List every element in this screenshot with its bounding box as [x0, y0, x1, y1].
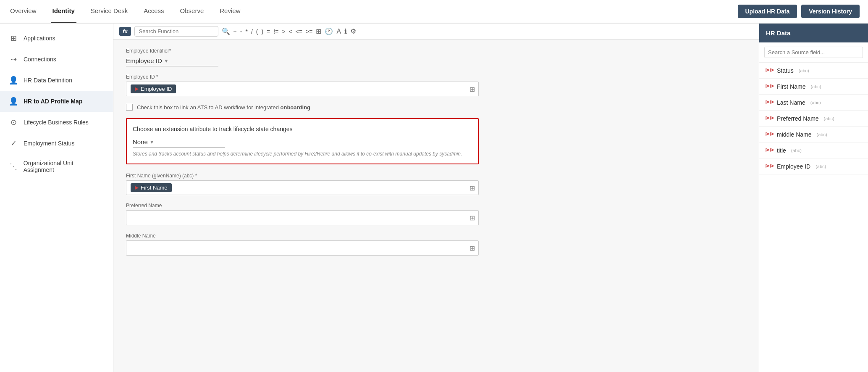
- grid-icon-employee-id[interactable]: ⊞: [469, 85, 475, 93]
- hr-panel-search-area: [759, 42, 868, 63]
- hr-field-type: (abc): [810, 84, 821, 89]
- hr-field-type: (abc): [816, 132, 827, 137]
- first-name-input-row: ▶ First Name ⊞: [126, 180, 479, 195]
- first-name-label: First Name (givenName) (abc) *: [126, 173, 479, 179]
- sidebar-item-lifecycle-business-rules[interactable]: ⊙Lifecycle Business Rules: [0, 112, 113, 133]
- hr-field-item[interactable]: ⊳⊳Last Name(abc): [759, 95, 868, 111]
- nav-link-identity[interactable]: Identity: [51, 0, 76, 23]
- op-equals[interactable]: =: [267, 28, 270, 35]
- nav-link-overview[interactable]: Overview: [8, 0, 38, 23]
- hr-fields-list: ⊳⊳Status(abc)⊳⊳First Name(abc)⊳⊳Last Nam…: [759, 63, 868, 174]
- op-gt[interactable]: >: [282, 28, 285, 35]
- op-not-equals[interactable]: !=: [273, 28, 278, 35]
- first-name-block: First Name (givenName) (abc) * ▶ First N…: [126, 173, 479, 195]
- hr-field-item[interactable]: ⊳⊳Preferred Name(abc): [759, 111, 868, 127]
- op-gte[interactable]: >=: [306, 28, 312, 35]
- hr-field-item[interactable]: ⊳⊳First Name(abc): [759, 79, 868, 95]
- extension-dropdown-value: None: [133, 138, 148, 145]
- hr-field-name: Preferred Name: [777, 115, 819, 122]
- hr-field-name: middle Name: [777, 131, 811, 138]
- employee-id-block: Employee ID * ▶ Employee ID ⊞: [126, 74, 479, 96]
- hr-field-logo-icon: ⊳⊳: [765, 147, 774, 154]
- form-area: Employee Identifier* Employee ID ▼ Emplo…: [113, 40, 491, 272]
- sidebar-icon-connections: ⇢: [8, 55, 18, 64]
- layout: ⊞Applications⇢Connections👤HR Data Defini…: [0, 24, 868, 372]
- nav-links: OverviewIdentityService DeskAccessObserv…: [8, 0, 738, 23]
- middle-name-block: Middle Name ⊞: [126, 233, 479, 256]
- op-minus[interactable]: -: [240, 28, 242, 35]
- hr-field-type: (abc): [816, 164, 826, 169]
- middle-name-input-row[interactable]: ⊞: [126, 240, 479, 256]
- hr-data-panel: HR Data ⊳⊳Status(abc)⊳⊳First Name(abc)⊳⊳…: [759, 24, 868, 372]
- op-close-paren[interactable]: ): [261, 28, 263, 35]
- extension-dropdown[interactable]: None ▼: [133, 137, 225, 148]
- hr-field-item[interactable]: ⊳⊳Status(abc): [759, 63, 868, 79]
- hr-search-input[interactable]: [764, 47, 863, 58]
- ats-checkbox-row: Check this box to link an ATS to AD work…: [126, 104, 479, 111]
- settings-formula-icon[interactable]: ⚙: [350, 27, 356, 35]
- ats-checkbox[interactable]: [126, 104, 133, 111]
- sidebar-item-connections[interactable]: ⇢Connections: [0, 49, 113, 70]
- sidebar-item-hr-data-definition[interactable]: 👤HR Data Definition: [0, 70, 113, 91]
- clock-icon[interactable]: 🕐: [325, 27, 333, 35]
- hr-field-item[interactable]: ⊳⊳Employee ID(abc): [759, 158, 868, 174]
- first-name-pill-icon: ▶: [135, 185, 138, 190]
- preferred-name-input-row[interactable]: ⊞: [126, 210, 479, 225]
- grid-formula-icon[interactable]: ⊞: [316, 27, 321, 35]
- hr-field-name: title: [777, 147, 786, 154]
- svg-text:⊳⊳: ⊳⊳: [765, 147, 774, 153]
- sidebar-item-organizational-unit-assignment[interactable]: ⋱Organizational Unit Assignment: [0, 154, 113, 179]
- preferred-name-block: Preferred Name ⊞: [126, 203, 479, 225]
- employee-id-pill-label: Employee ID: [141, 86, 172, 92]
- svg-text:⊳⊳: ⊳⊳: [765, 67, 774, 73]
- op-divide[interactable]: /: [251, 28, 253, 35]
- fx-badge: fx: [119, 27, 131, 36]
- sidebar-item-hr-to-ad-profile-map[interactable]: 👤HR to AD Profile Map: [0, 91, 113, 112]
- chevron-down-icon: ▼: [164, 58, 169, 64]
- nav-link-review[interactable]: Review: [218, 0, 242, 23]
- nav-link-service-desk[interactable]: Service Desk: [89, 0, 129, 23]
- op-plus[interactable]: +: [233, 28, 237, 35]
- sidebar-icon-organizational-unit-assignment: ⋱: [8, 162, 18, 171]
- grid-icon-preferred-name[interactable]: ⊞: [469, 214, 475, 222]
- nav-link-observe[interactable]: Observe: [178, 0, 206, 23]
- nav-link-access[interactable]: Access: [142, 0, 165, 23]
- op-lte[interactable]: <=: [296, 28, 302, 35]
- font-icon[interactable]: A: [336, 28, 341, 35]
- nav-actions: Upload HR Data Version History: [738, 5, 860, 18]
- sidebar-label-lifecycle-business-rules: Lifecycle Business Rules: [24, 119, 89, 126]
- sidebar-item-employment-status[interactable]: ✓Employment Status: [0, 133, 113, 154]
- employee-id-label: Employee ID *: [126, 74, 479, 80]
- sidebar-item-applications[interactable]: ⊞Applications: [0, 28, 113, 49]
- version-history-button[interactable]: Version History: [801, 5, 860, 18]
- hr-field-item[interactable]: ⊳⊳middle Name(abc): [759, 127, 868, 142]
- search-function-input[interactable]: [134, 26, 218, 37]
- hr-field-type: (abc): [824, 116, 834, 121]
- employee-identifier-label: Employee Identifier*: [126, 48, 479, 54]
- preferred-name-label: Preferred Name: [126, 203, 479, 208]
- employee-id-input-row: ▶ Employee ID ⊞: [126, 82, 479, 96]
- sidebar-label-connections: Connections: [24, 56, 56, 63]
- employee-identifier-block: Employee Identifier* Employee ID ▼: [126, 48, 479, 66]
- grid-icon-middle-name[interactable]: ⊞: [469, 244, 475, 252]
- op-open-paren[interactable]: (: [256, 28, 258, 35]
- info-icon[interactable]: ℹ: [344, 27, 347, 35]
- hr-field-item[interactable]: ⊳⊳title(abc): [759, 142, 868, 158]
- employee-id-pill[interactable]: ▶ Employee ID: [131, 84, 176, 93]
- first-name-pill[interactable]: ▶ First Name: [131, 183, 172, 192]
- svg-text:⊳⊳: ⊳⊳: [765, 163, 774, 169]
- sidebar-icon-hr-to-ad-profile-map: 👤: [8, 97, 18, 106]
- sidebar: ⊞Applications⇢Connections👤HR Data Defini…: [0, 24, 113, 372]
- hr-field-name: First Name: [777, 83, 805, 90]
- employee-identifier-dropdown[interactable]: Employee ID ▼: [126, 55, 218, 66]
- search-icon[interactable]: 🔍: [222, 27, 230, 35]
- sidebar-label-hr-to-ad-profile-map: HR to AD Profile Map: [24, 98, 82, 105]
- op-lt[interactable]: <: [289, 28, 292, 35]
- hr-field-type: (abc): [791, 148, 802, 153]
- extension-chevron-icon: ▼: [149, 139, 155, 145]
- employee-identifier-value: Employee ID: [126, 57, 162, 64]
- grid-icon-first-name[interactable]: ⊞: [469, 184, 475, 192]
- upload-hr-data-button[interactable]: Upload HR Data: [738, 5, 797, 18]
- main-content: fx 🔍 + - * / ( ) = != > < <= >= ⊞ 🕐 A ℹ …: [113, 24, 759, 372]
- op-multiply[interactable]: *: [245, 28, 247, 35]
